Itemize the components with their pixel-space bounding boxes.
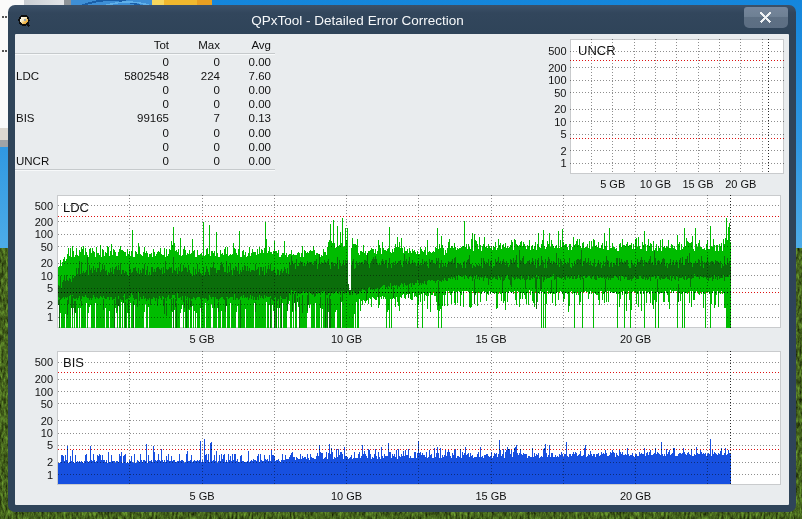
svg-text:100: 100 (35, 228, 53, 240)
svg-text:10 GB: 10 GB (331, 490, 362, 502)
svg-text:1: 1 (47, 311, 53, 323)
svg-text:100: 100 (35, 386, 53, 398)
svg-text:200: 200 (548, 62, 566, 74)
svg-text:20 GB: 20 GB (725, 178, 756, 190)
svg-text:5 GB: 5 GB (189, 333, 214, 345)
svg-text:5: 5 (47, 439, 53, 451)
svg-text:500: 500 (35, 200, 53, 212)
svg-text:500: 500 (548, 45, 566, 57)
svg-text:10: 10 (41, 427, 53, 439)
svg-text:10 GB: 10 GB (640, 178, 671, 190)
svg-text:20 GB: 20 GB (620, 333, 651, 345)
svg-text:20: 20 (41, 257, 53, 269)
svg-text:10: 10 (41, 270, 53, 282)
svg-text:200: 200 (35, 216, 53, 228)
svg-text:5: 5 (47, 282, 53, 294)
svg-text:100: 100 (548, 74, 566, 86)
svg-text:20 GB: 20 GB (620, 490, 651, 502)
svg-text:15 GB: 15 GB (475, 490, 506, 502)
svg-text:10 GB: 10 GB (331, 333, 362, 345)
svg-text:50: 50 (554, 87, 566, 99)
svg-text:1: 1 (560, 157, 566, 169)
svg-text:2: 2 (47, 299, 53, 311)
svg-text:2: 2 (560, 145, 566, 157)
svg-text:LDC: LDC (63, 200, 89, 215)
svg-text:1: 1 (47, 469, 53, 481)
svg-text:10: 10 (554, 116, 566, 128)
svg-text:20: 20 (41, 415, 53, 427)
svg-text:5: 5 (560, 128, 566, 140)
svg-text:200: 200 (35, 373, 53, 385)
svg-text:UNCR: UNCR (578, 43, 616, 58)
svg-text:5 GB: 5 GB (189, 490, 214, 502)
svg-text:2: 2 (47, 456, 53, 468)
svg-text:50: 50 (41, 241, 53, 253)
svg-text:500: 500 (35, 356, 53, 368)
svg-text:BIS: BIS (63, 355, 84, 370)
svg-text:5 GB: 5 GB (600, 178, 625, 190)
svg-text:50: 50 (41, 398, 53, 410)
svg-text:15 GB: 15 GB (683, 178, 714, 190)
svg-text:20: 20 (554, 103, 566, 115)
svg-text:15 GB: 15 GB (475, 333, 506, 345)
